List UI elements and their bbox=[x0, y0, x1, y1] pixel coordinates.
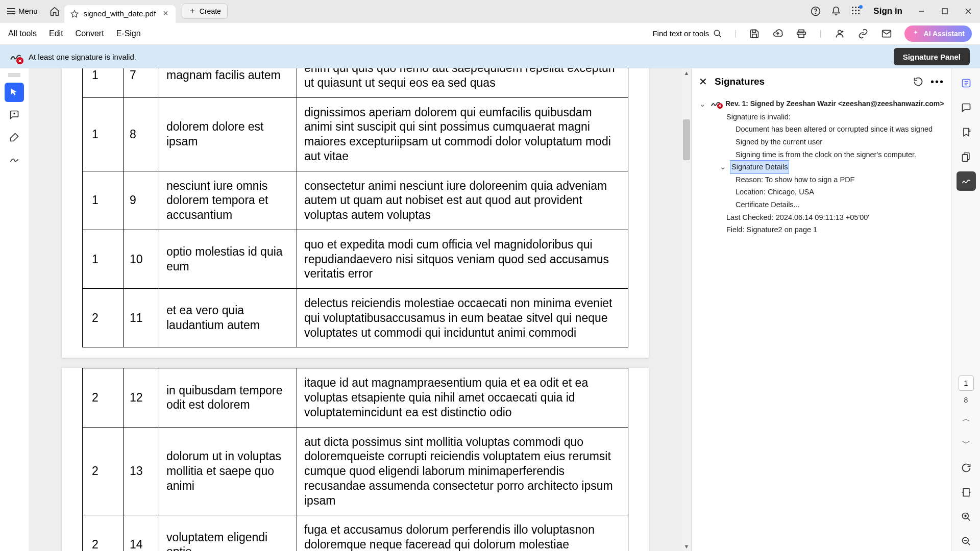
svg-rect-7 bbox=[855, 10, 856, 11]
menu-button[interactable]: Menu bbox=[0, 0, 45, 22]
signatures-panel: ✕ Signatures ••• ⌄ ✕ Rev. 1: Signed by Z… bbox=[691, 68, 951, 551]
svg-rect-13 bbox=[942, 9, 947, 14]
certificate-details-link[interactable]: Certificate Details... bbox=[699, 198, 944, 211]
star-icon[interactable] bbox=[70, 10, 79, 18]
share-user-icon[interactable] bbox=[834, 28, 845, 39]
table-row: 214voluptatem eligendi optiofuga et accu… bbox=[83, 515, 628, 551]
table-cell: 2 bbox=[83, 427, 124, 515]
panel-close-button[interactable]: ✕ bbox=[699, 76, 707, 88]
pages-thumbnails-icon[interactable] bbox=[957, 147, 976, 166]
highlight-tool[interactable] bbox=[5, 128, 24, 147]
signature-invalid-icon: ✕ bbox=[9, 50, 22, 63]
vertical-scrollbar[interactable]: ▲ ▼ bbox=[682, 68, 691, 551]
svg-marker-0 bbox=[71, 10, 78, 17]
svg-rect-8 bbox=[858, 10, 860, 11]
convert-link[interactable]: Convert bbox=[76, 29, 104, 38]
table-cell: voluptatem eligendi optio bbox=[159, 515, 297, 551]
help-icon[interactable] bbox=[810, 6, 821, 17]
rotate-view-icon[interactable] bbox=[957, 458, 976, 478]
table-cell: 11 bbox=[124, 289, 159, 347]
fit-width-icon[interactable] bbox=[957, 483, 976, 502]
table-cell: 7 bbox=[124, 68, 159, 97]
window-minimize-button[interactable] bbox=[910, 0, 933, 22]
link-icon[interactable] bbox=[857, 28, 869, 39]
table-cell: fuga et accusamus dolorum perferendis il… bbox=[297, 515, 628, 551]
table-cell: et ea vero quia laudantium autem bbox=[159, 289, 297, 347]
table-cell: quo et expedita modi cum officia vel mag… bbox=[297, 230, 628, 288]
ai-assistant-button[interactable]: AI Assistant bbox=[904, 26, 972, 42]
page-down-button[interactable]: ﹀ bbox=[957, 434, 976, 453]
mail-icon[interactable] bbox=[881, 28, 892, 39]
sig-reason: Reason: To show how to sign a PDF bbox=[699, 173, 944, 186]
draw-tool[interactable] bbox=[5, 150, 24, 169]
tab-close-button[interactable]: × bbox=[161, 8, 170, 19]
svg-line-31 bbox=[967, 518, 970, 521]
find-label: Find text or tools bbox=[652, 29, 709, 38]
signature-details-header[interactable]: Signature Details bbox=[730, 161, 789, 173]
svg-rect-3 bbox=[852, 7, 853, 8]
print-icon[interactable] bbox=[796, 28, 807, 39]
table-row: 110optio molestias id quia eumquo et exp… bbox=[83, 230, 628, 288]
rail-grip-icon[interactable] bbox=[8, 73, 20, 77]
comments-pane-icon[interactable] bbox=[957, 98, 976, 117]
apps-grid-icon[interactable] bbox=[851, 6, 862, 17]
scroll-up-button[interactable]: ▲ bbox=[682, 68, 691, 78]
window-close-button[interactable] bbox=[957, 0, 980, 22]
table-cell: dignissimos aperiam dolorem qui eumfacil… bbox=[297, 97, 628, 171]
page-up-button[interactable]: ︿ bbox=[957, 409, 976, 429]
table-cell: dolorum ut in voluptas mollitia et saepe… bbox=[159, 427, 297, 515]
esign-link[interactable]: E-Sign bbox=[116, 29, 141, 38]
table-cell: 1 bbox=[83, 171, 124, 230]
edit-link[interactable]: Edit bbox=[49, 29, 63, 38]
current-page-input[interactable]: 1 bbox=[959, 375, 974, 391]
zoom-in-icon[interactable] bbox=[957, 507, 976, 527]
document-tab[interactable]: signed_with_date.pdf × bbox=[64, 5, 176, 22]
sig-detail-line: Signing time is from the clock on the si… bbox=[699, 148, 944, 161]
right-tool-rail: 1 8 ︿ ﹀ bbox=[951, 68, 980, 551]
sign-in-button[interactable]: Sign in bbox=[866, 6, 910, 16]
sig-detail-line: Document has been altered or corrupted s… bbox=[699, 123, 944, 136]
revision-line[interactable]: Rev. 1: Signed by Zeeshan Wazir <zeeshan… bbox=[725, 98, 944, 110]
svg-rect-6 bbox=[852, 10, 853, 11]
svg-line-35 bbox=[967, 543, 970, 545]
table-cell: 9 bbox=[124, 171, 159, 230]
zoom-out-icon[interactable] bbox=[957, 532, 976, 551]
comment-tool[interactable] bbox=[5, 105, 24, 124]
bookmarks-icon[interactable] bbox=[957, 122, 976, 142]
svg-rect-11 bbox=[858, 13, 860, 14]
chevron-down-icon[interactable]: ⌄ bbox=[699, 98, 706, 111]
signature-invalid-banner: ✕ At least one signature is invalid. Sig… bbox=[0, 45, 980, 68]
pdf-page: 212in quibusdam tempore odit est dolorem… bbox=[62, 368, 649, 551]
window-maximize-button[interactable] bbox=[933, 0, 957, 22]
rotate-icon[interactable] bbox=[913, 77, 923, 87]
bell-icon[interactable] bbox=[830, 6, 842, 17]
signature-panel-button[interactable]: Signature Panel bbox=[894, 48, 970, 65]
chevron-down-icon[interactable]: ⌄ bbox=[719, 161, 726, 173]
scroll-thumb[interactable] bbox=[683, 119, 690, 160]
svg-point-16 bbox=[715, 30, 720, 36]
all-tools-link[interactable]: All tools bbox=[8, 29, 37, 38]
table-cell: consectetur animi nesciunt iure doloreen… bbox=[297, 171, 628, 230]
svg-rect-5 bbox=[858, 7, 860, 8]
table-cell: 1 bbox=[83, 230, 124, 288]
scroll-down-button[interactable]: ▼ bbox=[682, 542, 691, 551]
home-icon bbox=[50, 6, 60, 16]
document-table: 17magnam facilis autemenim qui quis quo … bbox=[82, 68, 628, 347]
signatures-pane-icon[interactable] bbox=[957, 171, 976, 191]
generative-summary-icon[interactable] bbox=[957, 73, 976, 93]
more-icon[interactable]: ••• bbox=[930, 76, 944, 88]
plus-icon: ＋ bbox=[188, 6, 197, 16]
signature-invalid-icon: ✕ bbox=[710, 98, 721, 107]
table-cell: itaque id aut magnampraesentium quia et … bbox=[297, 368, 628, 427]
document-viewport[interactable]: 17magnam facilis autemenim qui quis quo … bbox=[29, 68, 682, 551]
find-button[interactable]: Find text or tools bbox=[652, 29, 722, 38]
table-cell: 8 bbox=[124, 97, 159, 171]
save-icon[interactable] bbox=[749, 28, 760, 39]
table-row: 213dolorum ut in voluptas mollitia et sa… bbox=[83, 427, 628, 515]
svg-rect-19 bbox=[752, 34, 756, 37]
table-cell: aut dicta possimus sint mollitia volupta… bbox=[297, 427, 628, 515]
cloud-upload-icon[interactable] bbox=[772, 28, 783, 39]
select-tool[interactable] bbox=[5, 83, 24, 102]
create-button[interactable]: ＋ Create bbox=[182, 4, 228, 19]
home-button[interactable] bbox=[45, 0, 64, 22]
